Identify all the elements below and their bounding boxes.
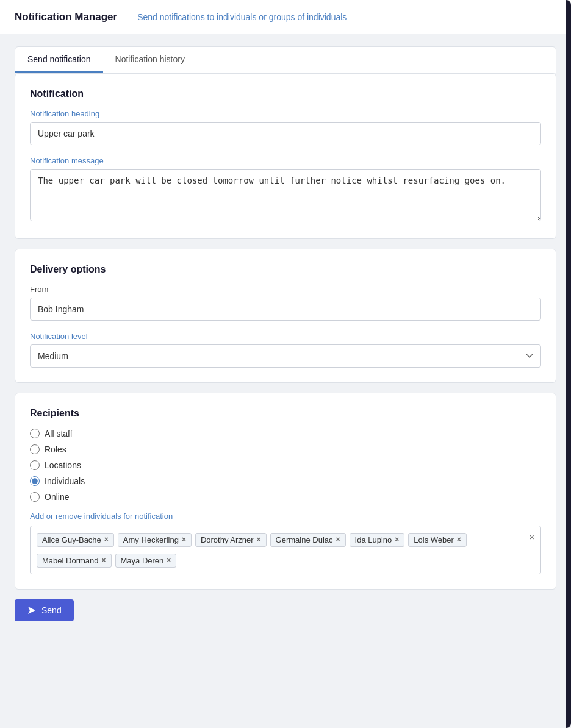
radio-online-label: Online: [45, 492, 69, 502]
tag-maya-remove[interactable]: ×: [167, 557, 171, 564]
app-title: Notification Manager: [15, 11, 117, 23]
tag-mabel-remove[interactable]: ×: [102, 557, 106, 564]
radio-locations-input[interactable]: [30, 460, 40, 470]
radio-online-input[interactable]: [30, 492, 40, 502]
header-subtitle: Send notifications to individuals or gro…: [137, 12, 347, 22]
radio-roles-input[interactable]: [30, 444, 40, 454]
send-button[interactable]: Send: [15, 599, 74, 621]
send-button-label: Send: [41, 605, 62, 615]
radio-locations-label: Locations: [45, 460, 81, 470]
notification-message-textarea[interactable]: The upper car park will be closed tomorr…: [30, 169, 541, 221]
tag-maya-text: Maya Deren: [121, 556, 164, 565]
notification-card-title: Notification: [30, 88, 541, 99]
radio-all-staff-label: All staff: [45, 429, 73, 438]
heading-field-group: Notification heading: [30, 109, 541, 145]
radio-individuals-input[interactable]: [30, 476, 40, 486]
radio-all-staff-input[interactable]: [30, 429, 40, 438]
tag-mabel-text: Mabel Dormand: [42, 556, 99, 565]
notification-card: Notification Notification heading Notifi…: [15, 73, 556, 239]
from-label: From: [30, 285, 541, 294]
recipients-card: Recipients All staff Roles Locations Ind…: [15, 393, 556, 590]
radio-roles-label: Roles: [45, 444, 66, 454]
recipients-radio-group: All staff Roles Locations Individuals On…: [30, 429, 541, 502]
send-icon: [27, 605, 37, 615]
notification-heading-input[interactable]: [30, 122, 541, 145]
tag-amy-text: Amy Heckerling: [123, 535, 179, 544]
tags-input-container[interactable]: Alice Guy-Bache × Amy Heckerling × Dorot…: [30, 526, 541, 574]
from-field-group: From: [30, 285, 541, 321]
tag-text-input[interactable]: [180, 555, 534, 565]
tag-ida-remove[interactable]: ×: [395, 536, 399, 543]
send-button-container: Send: [15, 599, 556, 621]
tab-bar: Send notification Notification history: [15, 46, 556, 73]
tag-germaine: Germaine Dulac ×: [270, 533, 346, 547]
message-label: Notification message: [30, 156, 541, 165]
recipients-card-title: Recipients: [30, 408, 541, 419]
message-field-group: Notification message The upper car park …: [30, 156, 541, 224]
radio-individuals[interactable]: Individuals: [30, 476, 541, 486]
radio-all-staff[interactable]: All staff: [30, 429, 541, 438]
tag-lois-remove[interactable]: ×: [457, 536, 461, 543]
tab-notification-history[interactable]: Notification history: [103, 47, 197, 73]
tag-dorothy: Dorothy Arzner ×: [195, 533, 267, 547]
tag-germaine-text: Germaine Dulac: [276, 535, 333, 544]
app-header: Notification Manager Send notifications …: [0, 0, 571, 34]
main-content: Send notification Notification history N…: [0, 34, 571, 633]
tag-maya: Maya Deren ×: [115, 554, 177, 568]
tags-clear-button[interactable]: ×: [530, 532, 534, 542]
tag-alice: Alice Guy-Bache ×: [37, 533, 114, 547]
tag-alice-remove[interactable]: ×: [104, 536, 109, 543]
level-label: Notification level: [30, 332, 541, 341]
tag-germaine-remove[interactable]: ×: [336, 536, 340, 543]
delivery-card-title: Delivery options: [30, 264, 541, 275]
tag-lois: Lois Weber ×: [408, 533, 467, 547]
heading-label: Notification heading: [30, 109, 541, 118]
from-input[interactable]: [30, 298, 541, 321]
radio-locations[interactable]: Locations: [30, 460, 541, 470]
add-individuals-label: Add or remove individuals for notificati…: [30, 512, 541, 521]
radio-roles[interactable]: Roles: [30, 444, 541, 454]
radio-online[interactable]: Online: [30, 492, 541, 502]
tag-dorothy-text: Dorothy Arzner: [201, 535, 254, 544]
tag-ida: Ida Lupino ×: [350, 533, 405, 547]
delivery-card: Delivery options From Notification level…: [15, 249, 556, 383]
tag-ida-text: Ida Lupino: [355, 535, 392, 544]
tag-mabel: Mabel Dormand ×: [37, 554, 112, 568]
tag-amy: Amy Heckerling ×: [118, 533, 192, 547]
level-field-group: Notification level Low Medium High: [30, 332, 541, 368]
tag-amy-remove[interactable]: ×: [182, 536, 186, 543]
tag-lois-text: Lois Weber: [414, 535, 454, 544]
notification-level-select[interactable]: Low Medium High: [30, 344, 541, 368]
header-divider: [127, 10, 127, 24]
tag-dorothy-remove[interactable]: ×: [257, 536, 261, 543]
tag-alice-text: Alice Guy-Bache: [42, 535, 101, 544]
tab-send-notification[interactable]: Send notification: [15, 47, 103, 73]
radio-individuals-label: Individuals: [45, 476, 85, 486]
